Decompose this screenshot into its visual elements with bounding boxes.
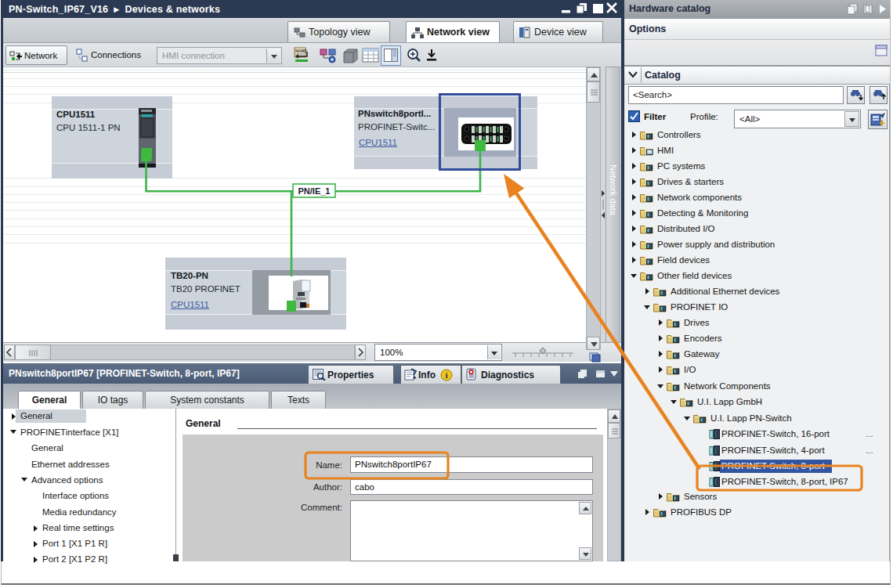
svg-text:i: i bbox=[445, 370, 447, 380]
svg-text:NAME: NAME bbox=[295, 49, 307, 53]
svg-text:PN/IE_1: PN/IE_1 bbox=[298, 186, 331, 196]
